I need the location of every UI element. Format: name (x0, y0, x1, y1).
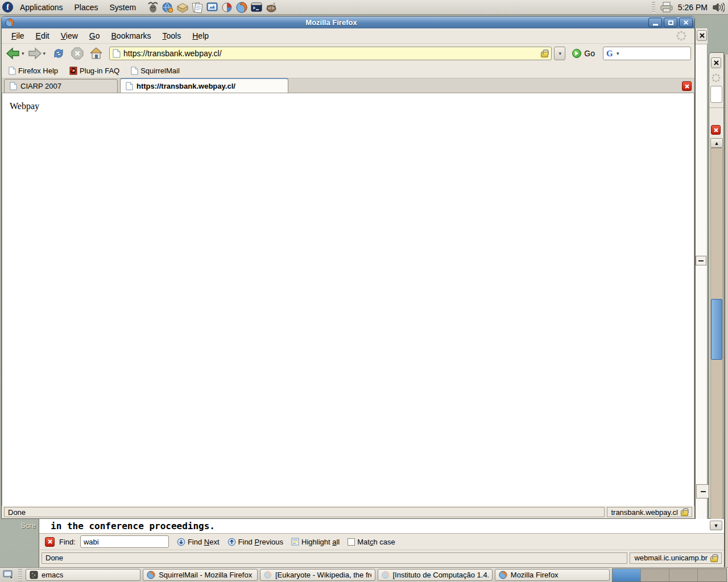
menu-applications[interactable]: Applications (15, 2, 68, 13)
background-page-content[interactable]: in the conference proceedings. (39, 519, 724, 534)
menu-file[interactable]: File (6, 30, 30, 42)
show-desktop-button[interactable] (1, 569, 16, 581)
menu-help[interactable]: Help (187, 30, 214, 42)
task-mozilla-firefox[interactable]: Mozilla Firefox (495, 569, 610, 581)
printer-icon[interactable] (660, 2, 673, 13)
splitter-grip[interactable] (696, 256, 706, 265)
background-status-site-identity[interactable]: webmail.ic.unicamp.br (630, 552, 722, 564)
minimize-button[interactable] (648, 18, 662, 27)
background-status-bar: Done webmail.ic.unicamp.br (39, 550, 724, 566)
checkbox-icon[interactable] (348, 538, 355, 546)
navigation-toolbar: ▾ ▾ ▾ (2, 44, 694, 63)
task-squirrelmail[interactable]: SquirrelMail - Mozilla Firefox (143, 569, 258, 581)
background-page-text: in the conference proceedings. (51, 521, 215, 531)
firefox-icon (5, 18, 14, 27)
desktop: f Applications Places System (0, 0, 728, 582)
search-engine-dropdown-icon[interactable]: ▾ (617, 51, 619, 56)
url-dropdown-button[interactable]: ▾ (554, 47, 565, 60)
close-find-bar-button[interactable] (45, 537, 55, 547)
documents-icon[interactable] (191, 1, 204, 14)
tab-transbank-webpay[interactable]: https://transbank.webpay.cl/ (120, 78, 288, 93)
window-title: Mozilla Firefox (14, 18, 648, 27)
background-close-button[interactable] (711, 57, 721, 68)
menu-view[interactable]: View (56, 30, 83, 42)
background-close-tab-button[interactable] (711, 125, 721, 135)
pie-chart-icon[interactable] (220, 1, 234, 14)
workspace-3[interactable] (669, 569, 698, 581)
bookmark-squirrelmail[interactable]: SquirrelMail (131, 66, 180, 75)
menu-bar: File Edit View Go Bookmarks Tools Help (2, 28, 694, 44)
main-menu-icon[interactable]: f (2, 2, 13, 13)
url-input[interactable] (123, 49, 538, 58)
reload-button[interactable] (51, 47, 66, 60)
background-browser-window: in the conference proceedings. Find: Fin… (39, 519, 725, 567)
svg-text:G: G (606, 49, 613, 58)
back-button[interactable]: ▾ (5, 47, 24, 60)
background-scrollbar-thumb[interactable] (711, 299, 722, 360)
back-dropdown-icon[interactable]: ▾ (22, 51, 24, 56)
scroll-down-button[interactable]: ▼ (710, 521, 722, 530)
task-instituto-computacao[interactable]: [Instituto de Computação 1.4.… (378, 569, 493, 581)
taskbar-drag-handle[interactable] (18, 569, 22, 581)
forward-dropdown-icon[interactable]: ▾ (43, 51, 46, 56)
ssl-lock-icon (681, 510, 688, 516)
bookmark-plugin-faq[interactable]: Plug-in FAQ (69, 66, 119, 75)
highlight-all-button[interactable]: Highlight all (291, 538, 340, 546)
forward-button[interactable]: ▾ (27, 47, 46, 60)
panel-drag-handle[interactable] (652, 2, 655, 13)
page-content[interactable]: Webpay (2, 93, 694, 506)
bookmark-firefox-help[interactable]: Firefox Help (9, 66, 58, 75)
background-close-button[interactable] (697, 30, 707, 41)
url-bar[interactable] (109, 47, 552, 60)
background-window-edge (695, 28, 708, 519)
search-bar[interactable]: G ▾ (603, 47, 691, 60)
task-emacs[interactable]: emacs (26, 569, 140, 581)
menu-system[interactable]: System (105, 2, 141, 13)
package-icon[interactable] (176, 1, 189, 14)
page-icon (113, 49, 121, 58)
workspace-4[interactable] (698, 569, 726, 581)
tab-ciarp-2007[interactable]: CIARP 2007 (4, 79, 118, 93)
gnu-icon[interactable] (146, 1, 160, 14)
workspace-1[interactable] (613, 569, 641, 581)
menu-tools[interactable]: Tools (158, 30, 187, 42)
panel-menus: f Applications Places System (0, 1, 278, 14)
close-button[interactable]: ✕ (679, 18, 693, 27)
gimp-icon[interactable] (264, 1, 278, 14)
status-site-identity[interactable]: transbank.webpay.cl (607, 507, 692, 517)
screenshot-icon[interactable] (205, 1, 219, 14)
maximize-button[interactable] (664, 18, 677, 27)
task-list: emacs SquirrelMail - Mozilla Firefox [Eu… (26, 569, 610, 581)
close-tab-button[interactable] (682, 81, 692, 91)
clock[interactable]: 5:26 PM (678, 3, 708, 12)
stop-button[interactable] (71, 47, 84, 60)
firefox-window: Mozilla Firefox ✕ File Edit View Go Book… (1, 16, 695, 519)
find-previous-button[interactable]: Find Previous (228, 538, 284, 546)
background-status-text: Done (42, 552, 627, 564)
title-bar[interactable]: Mozilla Firefox ✕ (2, 16, 694, 28)
match-case-checkbox[interactable]: Match case (348, 538, 395, 546)
firefox-launcher-icon[interactable] (235, 1, 249, 14)
go-button[interactable]: Go (572, 49, 595, 58)
web-globe-icon[interactable] (161, 1, 175, 14)
menu-places[interactable]: Places (70, 2, 103, 13)
background-scrollbar-track[interactable] (710, 148, 723, 519)
search-input[interactable] (621, 49, 688, 58)
desktop-icon-label[interactable]: Scre (20, 521, 36, 530)
workspace-2[interactable] (641, 569, 669, 581)
task-eukaryote-wikipedia[interactable]: [Eukaryote - Wikipedia, the fre… (260, 569, 375, 581)
terminal-icon[interactable] (250, 1, 263, 14)
menu-go[interactable]: Go (84, 30, 105, 42)
throbber-icon (712, 73, 721, 82)
panel-tray: 5:26 PM (652, 2, 728, 13)
scroll-up-button[interactable]: ▲ (710, 138, 723, 148)
status-bar: Done transbank.webpay.cl (2, 506, 694, 518)
top-panel: f Applications Places System (0, 0, 728, 15)
find-toolbar: Find: Find Next Find Previous Highlight … (39, 534, 724, 550)
volume-icon[interactable] (712, 2, 725, 13)
find-next-button[interactable]: Find Next (177, 538, 220, 546)
menu-edit[interactable]: Edit (31, 30, 55, 42)
find-input[interactable] (80, 535, 169, 548)
menu-bookmarks[interactable]: Bookmarks (106, 30, 156, 42)
home-button[interactable] (89, 47, 104, 60)
